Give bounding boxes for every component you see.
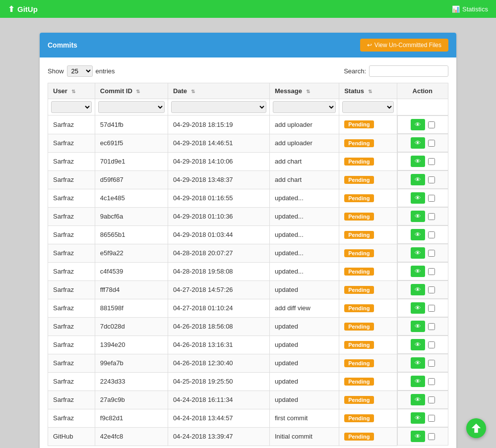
row-checkbox[interactable] [428,250,435,257]
status-badge: Pending [344,359,373,367]
cell-message: updated... [269,225,339,244]
view-button[interactable]: 👁 [411,192,425,204]
cell-status: Pending [339,354,397,372]
status-badge: Pending [344,268,373,276]
filter-status[interactable] [342,101,393,113]
cell-commit-id: 881598f [95,299,168,317]
bottom-right-icon[interactable] [466,418,486,438]
cell-commit-id: 4c1e485 [95,189,168,207]
cell-message: updated [269,354,339,372]
cell-date: 04-29-2018 14:46:51 [168,134,269,152]
cell-date: 04-29-2018 13:48:37 [168,170,269,189]
table-controls: Show 10 25 50 100 entries Search: [48,65,448,77]
topbar-right: 📊 Statistics [452,5,488,13]
view-button[interactable]: 👁 [411,394,425,405]
cell-status: Pending [339,427,397,446]
col-action: Action [397,83,448,99]
view-uncommitted-button[interactable]: ↩ View Un-Committed Files [360,39,448,52]
date-sort-icon[interactable]: ⇅ [191,89,195,94]
row-checkbox[interactable] [428,213,435,220]
row-checkbox[interactable] [428,396,435,403]
view-button[interactable]: 👁 [411,431,425,442]
search-box: Search: [344,65,448,77]
view-button[interactable]: 👁 [411,211,425,222]
cell-user: Sarfraz [48,409,95,427]
commit-sort-icon[interactable]: ⇅ [136,89,140,94]
statistics-label: Statistics [462,5,488,13]
cell-date: 04-29-2018 18:15:19 [168,115,269,134]
view-button[interactable]: 👁 [411,321,425,332]
cell-action: 👁 [397,427,448,446]
cell-date: 04-29-2018 01:03:44 [168,225,269,244]
row-checkbox[interactable] [428,268,435,275]
row-checkbox[interactable] [428,121,435,128]
view-button[interactable]: 👁 [411,266,425,277]
view-button[interactable]: 👁 [411,339,425,350]
view-button[interactable]: 👁 [411,412,425,424]
cell-date: 04-24-2018 13:39:47 [168,427,269,446]
cell-message: Initial commit [269,427,339,446]
entries-select[interactable]: 10 25 50 100 [67,65,93,77]
row-checkbox[interactable] [428,305,435,312]
filter-commit-id[interactable] [98,101,165,113]
row-checkbox[interactable] [428,341,435,348]
view-button[interactable]: 👁 [411,357,425,369]
cell-status: Pending [339,372,397,391]
cell-message: add chart [269,170,339,189]
row-checkbox[interactable] [428,360,435,367]
row-checkbox[interactable] [428,195,435,202]
cell-commit-id: 9abcf6a [95,207,168,225]
cell-status: Pending [339,244,397,262]
row-checkbox[interactable] [428,231,435,238]
uncommitted-icon: ↩ [367,42,372,49]
cell-message: first commit [269,409,339,427]
cell-commit-id: ec691f5 [95,134,168,152]
filter-message[interactable] [273,101,336,113]
cell-user: Sarfraz [48,280,95,299]
cell-status: Pending [339,280,397,299]
view-button[interactable]: 👁 [411,137,425,149]
cell-commit-id: 86565b1 [95,225,168,244]
brand: ⬆ GitUp [8,4,38,14]
message-sort-icon[interactable]: ⇅ [306,89,310,94]
row-checkbox[interactable] [428,378,435,385]
view-button[interactable]: 👁 [411,156,425,167]
status-badge: Pending [344,120,373,128]
cell-commit-id: 1394e20 [95,336,168,354]
status-badge: Pending [344,323,373,331]
cell-commit-id: 27a9c9b [95,391,168,409]
statistics-icon: 📊 [452,5,460,13]
cell-action: 👁 [397,207,448,225]
view-button[interactable]: 👁 [411,284,425,295]
cell-status: Pending [339,299,397,317]
cell-action: 👁 [397,262,448,280]
cell-action: 👁 [397,170,448,189]
row-checkbox[interactable] [428,286,435,293]
cell-action: 👁 [397,244,448,262]
filter-user[interactable] [51,101,92,113]
view-button[interactable]: 👁 [411,229,425,240]
view-button[interactable]: 👁 [411,174,425,185]
row-checkbox[interactable] [428,433,435,440]
view-button[interactable]: 👁 [411,376,425,387]
table-row: Sarfraz 27a9c9b 04-24-2018 16:11:34 upda… [48,391,448,409]
status-sort-icon[interactable]: ⇅ [368,89,372,94]
search-input[interactable] [369,65,448,77]
row-checkbox[interactable] [428,415,435,422]
view-button[interactable]: 👁 [411,302,425,314]
row-checkbox[interactable] [428,176,435,183]
view-button[interactable]: 👁 [411,247,425,259]
row-checkbox[interactable] [428,158,435,165]
table-header-row: User ⇅ Commit ID ⇅ Date ⇅ Message [48,83,448,99]
cell-date: 04-29-2018 14:10:06 [168,152,269,170]
cell-date: 04-26-2018 12:30:40 [168,354,269,372]
cell-commit-id: 7dc028d [95,317,168,336]
cell-commit-id: 99efa7b [95,354,168,372]
view-button[interactable]: 👁 [411,119,425,130]
cell-date: 04-24-2018 16:11:34 [168,391,269,409]
row-checkbox[interactable] [428,140,435,147]
row-checkbox[interactable] [428,323,435,330]
filter-date[interactable] [171,101,266,113]
arrow-icon [471,423,482,434]
user-sort-icon[interactable]: ⇅ [71,89,75,94]
